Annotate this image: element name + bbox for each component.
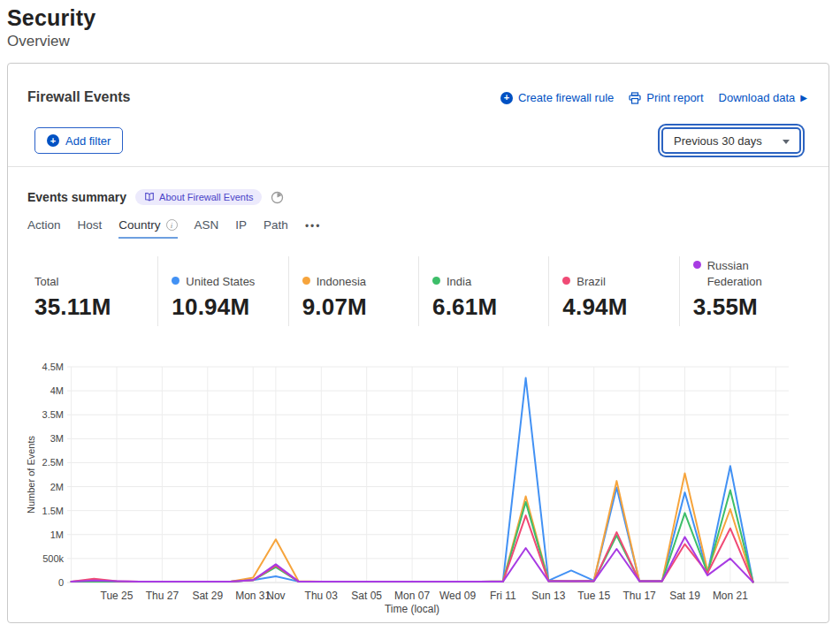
tab-path[interactable]: Path (263, 218, 288, 239)
chevron-down-icon (783, 140, 790, 144)
x-tick-label: Thu 27 (146, 590, 179, 602)
series-dot (432, 277, 440, 285)
events-chart-container: 0500k1M1.5M2M2.5M3M3.5M4M4.5M Tue 25Thu … (11, 349, 829, 616)
stat-indonesia: Indonesia 9.07M (288, 256, 418, 326)
tabs-overflow-button[interactable]: ••• (305, 220, 322, 238)
stat-value: 4.94M (562, 293, 671, 321)
stat-label: Indonesia (317, 274, 366, 290)
x-tick-label: Tue 25 (101, 590, 134, 602)
stat-value: 10.94M (172, 293, 280, 321)
tab-asn[interactable]: ASN (195, 218, 219, 239)
y-tick-label: 3M (50, 433, 64, 444)
create-firewall-rule-label: Create firewall rule (518, 91, 614, 104)
stat-label: Russian Federation (707, 258, 802, 289)
x-tick-label: Nov (266, 590, 285, 602)
x-tick-label: Wed 09 (439, 590, 476, 602)
stat-india: India 6.61M (418, 256, 548, 326)
download-data-link[interactable]: Download data ▶ (719, 91, 807, 104)
x-tick-label: Mon 07 (394, 590, 430, 602)
panel-title: Firewall Events (27, 89, 131, 105)
create-firewall-rule-link[interactable]: + Create firewall rule (500, 91, 614, 104)
events-line-chart: 0500k1M1.5M2M2.5M3M3.5M4M4.5M Tue 25Thu … (11, 349, 798, 616)
series-dot (693, 261, 701, 269)
stat-united-states: United States 10.94M (157, 256, 287, 326)
y-axis-title: Number of Events (26, 436, 36, 514)
add-filter-label: Add filter (65, 134, 111, 148)
page-header: Security Overview (0, 0, 840, 50)
tab-host[interactable]: Host (78, 218, 103, 239)
x-tick-label: Sat 05 (351, 590, 382, 602)
x-tick-label: Fri 11 (490, 590, 516, 602)
y-tick-label: 4M (50, 385, 64, 396)
series-dot (302, 277, 310, 285)
book-icon (144, 192, 155, 202)
history-clock-icon[interactable] (271, 191, 284, 204)
time-range-dropdown[interactable]: Previous 30 days (661, 127, 801, 154)
about-firewall-events-badge[interactable]: About Firewall Events (135, 189, 262, 205)
time-range-value: Previous 30 days (674, 134, 762, 148)
print-report-link[interactable]: Print report (629, 91, 703, 104)
y-tick-label: 2.5M (42, 458, 64, 468)
x-tick-label: Sun 13 (531, 590, 565, 602)
add-filter-button[interactable]: + Add filter (34, 127, 123, 154)
x-tick-label: Mon 21 (713, 590, 748, 602)
printer-icon (629, 92, 641, 104)
x-tick-label: Thu 17 (622, 590, 656, 602)
stat-value: 9.07M (302, 293, 411, 321)
y-tick-label: 500k (42, 553, 64, 564)
x-axis-title: Time (local) (385, 603, 439, 615)
stat-russian-federation: Russian Federation 3.55M (679, 256, 809, 326)
x-tick-label: Thu 03 (305, 590, 339, 602)
series-dot (172, 277, 179, 285)
stat-value: 6.61M (432, 293, 541, 321)
download-data-label: Download data (719, 91, 796, 104)
stat-value: 35.11M (34, 293, 150, 321)
badge-label: About Firewall Events (159, 192, 253, 202)
events-summary-title: Events summary (27, 190, 126, 204)
print-report-label: Print report (646, 91, 703, 104)
stat-value: 3.55M (693, 293, 802, 321)
x-axis-tick-labels: Tue 25Thu 27Sat 29Mon 31NovThu 03Sat 05M… (101, 590, 749, 602)
stat-brazil: Brazil 4.94M (548, 256, 678, 326)
stat-total: Total 35.11M (27, 256, 157, 326)
stat-label: India (447, 274, 471, 290)
y-tick-label: 2M (50, 482, 64, 492)
stat-label: United States (186, 274, 255, 290)
stat-label: Brazil (577, 274, 606, 290)
tab-country[interactable]: Country i (118, 218, 177, 239)
y-tick-label: 3.5M (42, 409, 64, 420)
stats-row: Total 35.11M United States 10.94M Indone… (27, 256, 809, 326)
page-subtitle: Overview (7, 33, 833, 50)
series-dot (562, 277, 570, 285)
expand-arrow-icon: ▶ (800, 93, 807, 103)
events-summary-tabs: Action Host Country i ASN IP Path ••• (8, 205, 829, 239)
x-tick-label: Tue 15 (577, 590, 610, 602)
x-tick-label: Sat 29 (192, 590, 223, 602)
y-tick-label: 4.5M (42, 362, 64, 372)
tab-ip[interactable]: IP (235, 218, 247, 239)
info-icon[interactable]: i (166, 219, 178, 231)
y-tick-label: 1M (50, 529, 64, 540)
y-tick-label: 0 (58, 577, 64, 588)
firewall-events-panel: Firewall Events + Create firewall rule P… (7, 63, 829, 623)
plus-circle-icon: + (500, 92, 513, 104)
panel-actions: + Create firewall rule Print report Down… (500, 91, 807, 104)
stat-label: Total (34, 274, 58, 290)
tab-country-label: Country (118, 218, 160, 232)
y-tick-label: 1.5M (42, 506, 64, 516)
page-title: Security (7, 5, 833, 31)
x-tick-label: Sat 19 (669, 590, 700, 602)
plus-circle-icon: + (47, 134, 59, 147)
tab-action[interactable]: Action (27, 218, 61, 239)
y-axis-tick-labels: 0500k1M1.5M2M2.5M3M3.5M4M4.5M (42, 362, 65, 588)
